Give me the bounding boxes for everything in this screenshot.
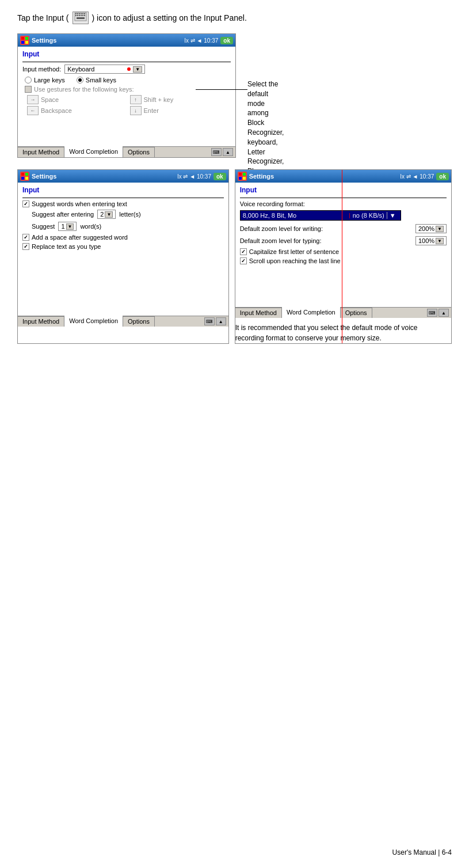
bottom-left-section-title: Input <box>22 186 224 194</box>
svg-rect-1 <box>75 13 77 14</box>
suggest-words-checkbox[interactable]: ✓ <box>22 200 29 207</box>
radio-row: Large keys Small keys <box>25 77 231 84</box>
top-ce-window: Settings Ix ⇌ ◄ 10:37 ok Input Input met… <box>17 33 236 158</box>
bl-tab-input-method[interactable]: Input Method <box>18 316 64 327</box>
svg-rect-21 <box>25 177 28 180</box>
zoom-typing-arrow[interactable]: ▼ <box>436 238 444 244</box>
zoom-typing-dropdown[interactable]: 100% ▼ <box>415 236 447 245</box>
br-tab-input-method[interactable]: Input Method <box>235 308 282 318</box>
suggest-words-label: Suggest words when entering text <box>32 200 127 207</box>
bottom-right-ok[interactable]: ok <box>436 173 449 180</box>
bl-tab-word-completion[interactable]: Word Completion <box>64 316 123 327</box>
gesture-grid: → Space ↑ Shift + key ← Backspace ↓ <box>27 95 231 115</box>
scroll-checkbox[interactable]: ✓ <box>240 257 247 264</box>
zoom-writing-arrow[interactable]: ▼ <box>436 226 444 232</box>
bl-tab-options[interactable]: Options <box>123 316 155 327</box>
bottom-right-body: Input Voice recording format: 8,000 Hz, … <box>235 183 451 305</box>
gesture-backspace-label: Backspace <box>41 107 72 114</box>
svg-rect-24 <box>239 177 242 180</box>
suggest-count-suffix: word(s) <box>80 223 101 230</box>
svg-rect-5 <box>82 13 83 14</box>
bottom-right-section-title: Input <box>240 186 447 194</box>
tab-input-method[interactable]: Input Method <box>18 147 64 157</box>
suggest-after-arrow[interactable]: ▼ <box>105 211 113 218</box>
tab-options[interactable]: Options <box>123 147 155 157</box>
voice-dropdown-arrow[interactable]: ▼ <box>387 212 398 219</box>
br-up-icon[interactable]: ▲ <box>439 309 449 317</box>
radio-large-keys[interactable]: Large keys <box>25 77 65 84</box>
br-tab-options[interactable]: Options <box>341 308 372 318</box>
keyboard-icon: ⌨ <box>211 148 222 156</box>
top-divider <box>22 62 231 62</box>
bottom-right-title: Settings <box>249 173 398 180</box>
radio-large-keys-label: Large keys <box>34 77 65 84</box>
svg-rect-2 <box>77 13 78 14</box>
radio-small-keys[interactable]: Small keys <box>77 77 116 84</box>
gesture-enter-icon: ↓ <box>130 106 142 115</box>
bottom-left-title: Settings <box>32 173 175 180</box>
input-method-dropdown[interactable]: Keyboard ▼ <box>64 65 145 74</box>
svg-rect-12 <box>84 15 85 16</box>
suggest-after-suffix: letter(s) <box>119 211 140 218</box>
suggest-count-value: 1 <box>61 223 64 230</box>
voice-format-label: Voice recording format: <box>240 200 447 207</box>
page-number: User's Manual | 6-4 <box>392 848 452 856</box>
svg-rect-8 <box>77 15 78 16</box>
suggest-count-arrow[interactable]: ▼ <box>66 223 74 230</box>
zoom-writing-label: Default zoom level for writing: <box>240 225 412 232</box>
br-tab-word-completion[interactable]: Word Completion <box>282 307 341 318</box>
add-space-checkbox[interactable]: ✓ <box>22 234 29 241</box>
suggest-after-row: Suggest after entering 2 ▼ letter(s) <box>32 210 224 219</box>
zoom-writing-dropdown[interactable]: 200% ▼ <box>415 224 447 233</box>
bottom-right-titlebar: Settings Ix ⇌ ◄ 10:37 ok <box>235 170 451 183</box>
top-tabbar: Input Method Word Completion Options ⌨ ▲ <box>18 146 235 157</box>
top-titlebar: Settings Ix ⇌ ◄ 10:37 ok <box>18 34 235 47</box>
suggest-after-dropdown[interactable]: 2 ▼ <box>97 210 116 219</box>
gesture-section: Use gestures for the following keys: → S… <box>25 86 231 115</box>
replace-text-checkbox[interactable]: ✓ <box>22 243 29 250</box>
gesture-checkbox[interactable] <box>25 86 32 93</box>
bottom-left-status: Ix ⇌ ◄ 10:37 <box>177 173 211 180</box>
voice-format-dropdown[interactable]: 8,000 Hz, 8 Bit, Mo | no (8 KB/s) ▼ <box>240 210 401 221</box>
br-tabbar-icons: ⌨ ▲ <box>425 308 451 318</box>
voice-format-row: Voice recording format: <box>240 200 447 207</box>
input-method-value: Keyboard <box>67 66 125 73</box>
svg-rect-18 <box>21 173 24 176</box>
bottom-left-ok[interactable]: ok <box>213 173 226 180</box>
add-space-label: Add a space after suggested word <box>32 234 128 241</box>
replace-text-label: Replace text as you type <box>32 243 101 250</box>
capitalize-checkbox[interactable]: ✓ <box>240 248 247 255</box>
suggest-after-label: Suggest after entering <box>32 211 94 218</box>
bottom-right-annotation: It is recommended that you select the de… <box>235 323 431 343</box>
top-ok-button[interactable]: ok <box>220 37 233 44</box>
svg-rect-13 <box>77 17 85 19</box>
suggest-count-label: Suggest <box>32 223 55 230</box>
instruction-line: Tap the Input ( ) icon to adjust a setti… <box>17 12 452 24</box>
suggest-count-dropdown[interactable]: 1 ▼ <box>58 222 77 231</box>
svg-rect-6 <box>84 13 85 14</box>
bl-up-icon[interactable]: ▲ <box>216 317 226 325</box>
gesture-backspace-icon: ← <box>27 106 39 115</box>
radio-small-keys-label: Small keys <box>86 77 116 84</box>
radio-empty-icon <box>25 77 32 84</box>
arrow-line <box>196 89 247 90</box>
scroll-label: Scroll upon reaching the last line <box>249 257 341 264</box>
up-icon[interactable]: ▲ <box>223 148 233 156</box>
gesture-space: → Space <box>27 95 128 104</box>
windows-logo-br <box>238 172 247 181</box>
suggest-words-count-row: Suggest 1 ▼ word(s) <box>32 222 224 231</box>
dropdown-dot <box>127 67 131 71</box>
svg-rect-3 <box>79 13 80 14</box>
suggest-after-value: 2 <box>100 211 104 218</box>
svg-rect-22 <box>239 173 242 176</box>
bottom-right-window: Settings Ix ⇌ ◄ 10:37 ok Input Voice rec… <box>235 169 452 344</box>
gesture-space-label: Space <box>41 96 59 103</box>
svg-rect-14 <box>21 37 24 40</box>
gesture-shift: ↑ Shift + key <box>130 95 231 104</box>
input-method-row: Input method: Keyboard ▼ <box>22 65 231 74</box>
gesture-enter-label: Enter <box>144 107 159 114</box>
zoom-writing-value: 200% <box>418 225 434 232</box>
dropdown-arrow[interactable]: ▼ <box>133 66 142 73</box>
bottom-section: Settings Ix ⇌ ◄ 10:37 ok Input ✓ Suggest… <box>17 169 452 344</box>
tab-word-completion[interactable]: Word Completion <box>64 146 123 157</box>
